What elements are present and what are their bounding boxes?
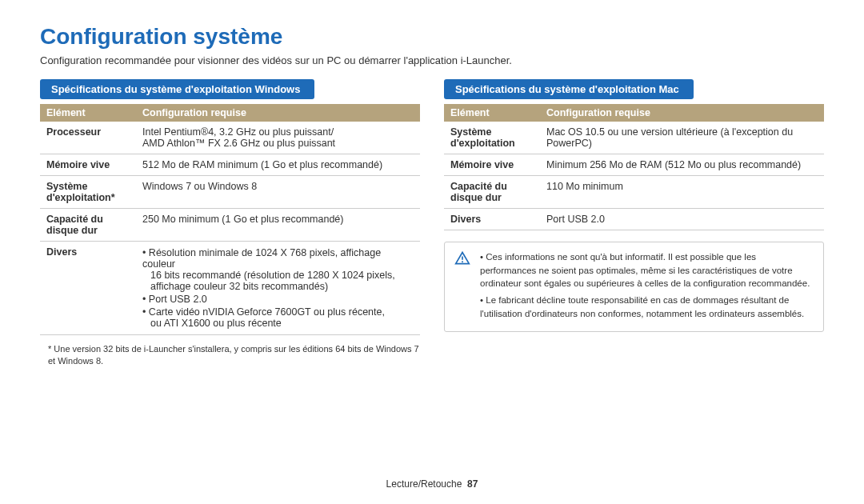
ram-label: Mémoire vive	[444, 154, 540, 176]
windows-footnote: * Une version 32 bits de i-Launcher s'in…	[40, 343, 420, 368]
ram-value: 512 Mo de RAM minimum (1 Go et plus reco…	[136, 154, 420, 176]
misc-label: Divers	[40, 242, 136, 335]
table-row: Divers Port USB 2.0	[444, 209, 824, 230]
two-column-layout: Spécifications du système d'exploitation…	[40, 79, 824, 368]
os-label: Système d'exploitation*	[40, 176, 136, 209]
table-row: Système d'exploitation Mac OS 10.5 ou un…	[444, 122, 824, 154]
warning-icon	[454, 250, 470, 266]
windows-spec-table: Elément Configuration requise Processeur…	[40, 104, 420, 335]
hdd-value: 250 Mo minimum (1 Go et plus recommandé)	[136, 209, 420, 242]
info-note-1: Ces informations ne sont qu'à but inform…	[480, 250, 814, 290]
footer-page-number: 87	[467, 478, 478, 490]
table-row: Mémoire vive 512 Mo de RAM minimum (1 Go…	[40, 154, 420, 176]
cpu-label: Processeur	[40, 122, 136, 154]
cpu-line1: Intel Pentium®4, 3.2 GHz ou plus puissan…	[142, 126, 334, 138]
hdd-label: Capacité du disque dur	[40, 209, 136, 242]
page-footer: Lecture/Retouche 87	[0, 478, 864, 490]
table-row: Processeur Intel Pentium®4, 3.2 GHz ou p…	[40, 122, 420, 154]
misc-resolution-a: Résolution minimale de 1024 X 768 pixels…	[142, 247, 381, 270]
mac-spec-table: Elément Configuration requise Système d'…	[444, 104, 824, 230]
col-element: Elément	[444, 104, 540, 122]
cpu-line2: AMD Athlon™ FX 2.6 GHz ou plus puissant	[142, 138, 335, 149]
hdd-label: Capacité du disque dur	[444, 176, 540, 209]
ram-value: Minimum 256 Mo de RAM (512 Mo ou plus re…	[540, 154, 824, 176]
info-box: Ces informations ne sont qu'à but inform…	[444, 242, 824, 332]
hdd-value: 110 Mo minimum	[540, 176, 824, 209]
info-list: Ces informations ne sont qu'à but inform…	[480, 250, 814, 323]
col-required: Configuration requise	[136, 104, 420, 122]
table-row: Divers Résolution minimale de 1024 X 768…	[40, 242, 420, 335]
misc-label: Divers	[444, 209, 540, 230]
cpu-value: Intel Pentium®4, 3.2 GHz ou plus puissan…	[136, 122, 420, 154]
svg-point-1	[462, 261, 463, 262]
mac-spec-header: Spécifications du système d'exploitation…	[444, 79, 694, 99]
misc-value: Port USB 2.0	[540, 209, 824, 230]
ram-label: Mémoire vive	[40, 154, 136, 176]
misc-gpu-a: Carte vidéo nVIDIA Geforce 7600GT ou plu…	[149, 306, 385, 318]
table-row: Mémoire vive Minimum 256 Mo de RAM (512 …	[444, 154, 824, 176]
windows-column: Spécifications du système d'exploitation…	[40, 79, 420, 368]
os-value: Mac OS 10.5 ou une version ultérieure (à…	[540, 122, 824, 154]
mac-column: Spécifications du système d'exploitation…	[444, 79, 824, 368]
page-title: Configuration système	[40, 24, 824, 50]
os-label: Système d'exploitation	[444, 122, 540, 154]
misc-resolution-c: affichage couleur 32 bits recommandés)	[142, 281, 414, 292]
info-note-2: Le fabricant décline toute responsabilit…	[480, 294, 814, 320]
table-row: Capacité du disque dur 250 Mo minimum (1…	[40, 209, 420, 242]
misc-gpu-b: ou ATI X1600 ou plus récente	[142, 318, 414, 329]
misc-usb: Port USB 2.0	[142, 293, 414, 306]
table-row: Capacité du disque dur 110 Mo minimum	[444, 176, 824, 209]
misc-resolution-b: 16 bits recommandé (résolution de 1280 X…	[142, 270, 414, 281]
windows-spec-header: Spécifications du système d'exploitation…	[40, 79, 314, 99]
col-required: Configuration requise	[540, 104, 824, 122]
table-row: Système d'exploitation* Windows 7 ou Win…	[40, 176, 420, 209]
page-subtitle: Configuration recommandée pour visionner…	[40, 54, 824, 66]
footer-section: Lecture/Retouche	[386, 478, 462, 490]
os-value: Windows 7 ou Windows 8	[136, 176, 420, 209]
misc-value: Résolution minimale de 1024 X 768 pixels…	[136, 242, 420, 335]
col-element: Elément	[40, 104, 136, 122]
